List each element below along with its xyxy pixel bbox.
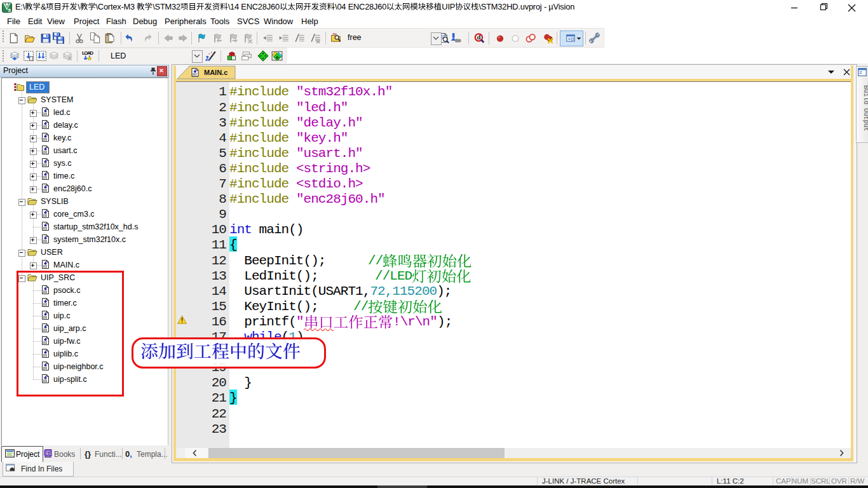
svg-text:Build Output: Build Output — [862, 85, 868, 132]
svg-text:LOAD: LOAD — [82, 50, 93, 56]
svg-text:?: ? — [47, 451, 50, 456]
svg-text:5: 5 — [8, 8, 11, 13]
svg-text:d: d — [477, 33, 480, 41]
